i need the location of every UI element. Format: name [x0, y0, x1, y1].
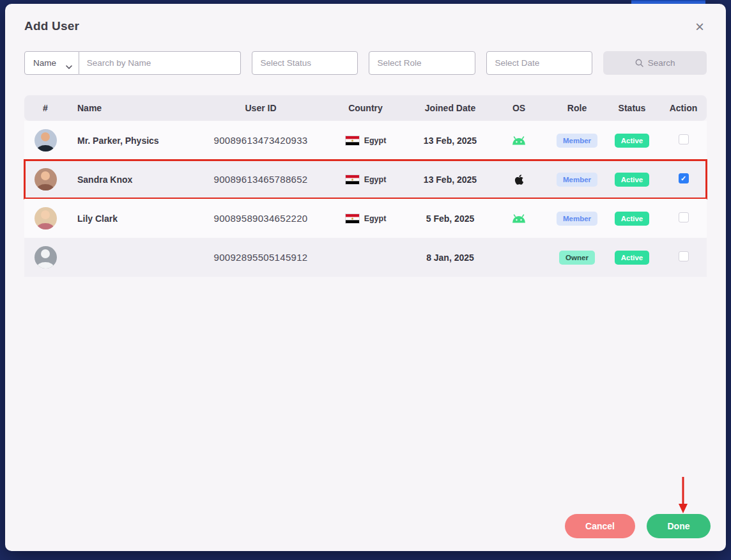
column-header: Joined Date [413, 103, 488, 113]
select-status-input[interactable] [252, 51, 358, 75]
user-name: Mr. Parker, Physics [66, 136, 203, 146]
annotation-arrow-icon [677, 476, 689, 514]
filter-bar: Name Search [24, 51, 707, 75]
avatar [35, 246, 57, 268]
column-header: OS [488, 103, 550, 113]
egypt-flag-icon [345, 136, 360, 146]
joined-date: 8 Jan, 2025 [413, 253, 488, 263]
country-cell: Egypt [318, 214, 413, 224]
column-header: User ID [203, 103, 318, 113]
column-header: Name [66, 103, 203, 113]
user-id: 90089613473420933 [203, 135, 318, 146]
status-badge: Active [615, 212, 650, 226]
modal-title: Add User [24, 19, 79, 33]
table-row[interactable]: Mr. Parker, Physics 90089613473420933 Eg… [24, 121, 707, 160]
column-header: # [24, 103, 66, 113]
chevron-down-icon [66, 61, 72, 65]
avatar [35, 168, 57, 191]
users-table: #NameUser IDCountryJoined DateOSRoleStat… [24, 95, 707, 277]
role-badge: Member [557, 173, 597, 187]
row-checkbox[interactable] [679, 134, 689, 144]
table-row[interactable]: 90092895505145912 8 Jan, 2025 Owner Acti… [24, 238, 707, 277]
os-cell [488, 214, 550, 223]
table-row[interactable]: Lily Clark 90089589034652220 Egypt 5 Feb… [24, 199, 707, 238]
table-body: Mr. Parker, Physics 90089613473420933 Eg… [24, 121, 707, 277]
done-button[interactable]: Done [647, 514, 711, 538]
user-name: Sandra Knox [66, 175, 203, 185]
select-role-input[interactable] [369, 51, 475, 75]
user-id: 90092895505145912 [203, 252, 318, 263]
country-cell: Egypt [318, 136, 413, 146]
status-badge: Active [615, 134, 650, 148]
os-cell [488, 174, 550, 185]
row-checkbox[interactable] [679, 251, 689, 261]
table-header-row: #NameUser IDCountryJoined DateOSRoleStat… [24, 95, 707, 121]
country-label: Egypt [364, 175, 387, 184]
role-badge: Member [557, 134, 597, 148]
user-name: Lily Clark [66, 214, 203, 224]
android-icon [511, 214, 527, 223]
role-badge: Member [557, 212, 597, 226]
search-icon [635, 59, 643, 67]
role-badge: Owner [559, 251, 595, 265]
select-date-input[interactable] [486, 51, 592, 75]
android-icon [511, 136, 527, 145]
egypt-flag-icon [345, 175, 360, 185]
row-checkbox[interactable] [679, 212, 689, 222]
status-badge: Active [615, 251, 650, 265]
search-button[interactable]: Search [603, 51, 707, 75]
avatar [35, 207, 57, 229]
column-header: Status [604, 103, 660, 113]
column-header: Action [660, 103, 707, 113]
search-by-name-input[interactable] [79, 51, 242, 75]
country-label: Egypt [364, 136, 387, 145]
country-cell: Egypt [318, 175, 413, 185]
joined-date: 13 Feb, 2025 [413, 136, 488, 146]
column-header: Country [318, 103, 413, 113]
column-header: Role [550, 103, 604, 113]
cancel-button[interactable]: Cancel [565, 514, 635, 538]
status-badge: Active [615, 173, 650, 187]
apple-icon [514, 174, 524, 185]
egypt-flag-icon [345, 214, 360, 224]
user-id: 90089589034652220 [203, 213, 318, 224]
row-checkbox[interactable] [679, 173, 689, 183]
table-row[interactable]: Sandra Knox 90089613465788652 Egypt 13 F… [24, 160, 707, 199]
user-id: 90089613465788652 [203, 174, 318, 185]
country-label: Egypt [364, 214, 387, 223]
avatar [35, 129, 57, 152]
os-cell [488, 136, 550, 145]
name-filter-dropdown[interactable]: Name [24, 51, 79, 75]
search-button-label: Search [648, 58, 675, 68]
close-icon[interactable]: × [693, 19, 707, 35]
modal-footer: Cancel Done [565, 514, 711, 538]
add-user-modal: Add User × Name Search #NameUser IDCount… [5, 4, 726, 551]
joined-date: 13 Feb, 2025 [413, 175, 488, 185]
name-filter-label: Name [33, 58, 56, 68]
joined-date: 5 Feb, 2025 [413, 214, 488, 224]
